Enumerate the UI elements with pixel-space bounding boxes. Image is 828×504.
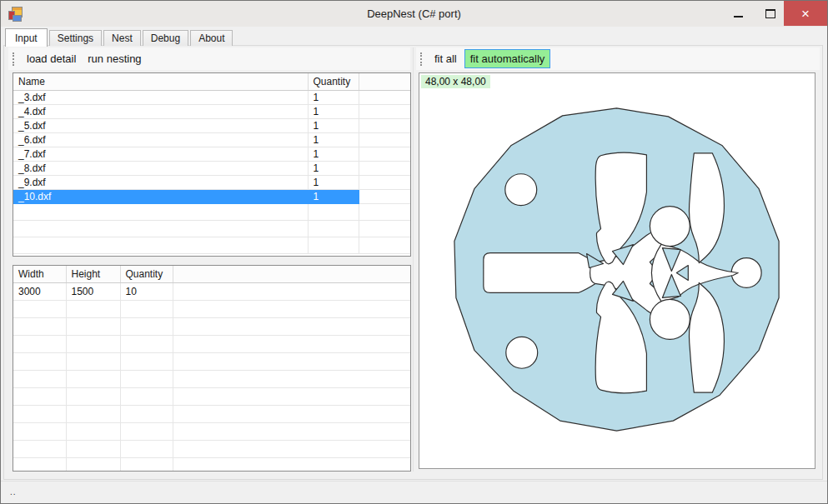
table-cell-empty bbox=[120, 371, 173, 388]
part-shape-svg bbox=[419, 73, 815, 468]
table-cell-empty bbox=[13, 221, 308, 237]
table-cell-empty bbox=[13, 406, 66, 423]
table-row-empty bbox=[13, 371, 410, 388]
column-header[interactable]: Width bbox=[13, 266, 66, 283]
table-cell[interactable]: 3000 bbox=[13, 283, 66, 301]
table-cell[interactable]: _4.dxf bbox=[13, 105, 308, 119]
table-cell-empty bbox=[359, 190, 410, 204]
table-cell[interactable]: _5.dxf bbox=[13, 119, 308, 133]
table-cell-empty bbox=[173, 283, 410, 301]
tab-settings[interactable]: Settings bbox=[49, 30, 102, 46]
table-cell[interactable]: _10.dxf bbox=[13, 190, 308, 204]
tab-about[interactable]: About bbox=[190, 30, 233, 46]
table-cell-empty bbox=[13, 318, 66, 336]
close-button[interactable]: × bbox=[784, 1, 827, 26]
column-header[interactable]: Height bbox=[66, 266, 120, 283]
table-cell-empty bbox=[120, 318, 173, 336]
status-text: .. bbox=[10, 487, 17, 497]
table-cell[interactable]: 10 bbox=[120, 283, 173, 301]
table-cell-empty bbox=[120, 406, 173, 423]
table-cell-empty bbox=[13, 301, 66, 318]
table-row-empty bbox=[13, 458, 410, 472]
table-cell-empty bbox=[173, 353, 410, 371]
column-header[interactable]: Name bbox=[13, 73, 308, 91]
tab-debug[interactable]: Debug bbox=[143, 30, 188, 46]
table-cell-empty bbox=[308, 221, 359, 237]
run-nesting-button[interactable]: run nesting bbox=[82, 50, 147, 67]
table-cell[interactable]: _9.dxf bbox=[13, 176, 308, 190]
table-cell[interactable]: _3.dxf bbox=[13, 91, 308, 105]
column-header[interactable]: Quantity bbox=[308, 73, 359, 91]
table-cell-empty bbox=[359, 237, 410, 254]
table-row-empty bbox=[13, 204, 410, 221]
table-cell[interactable]: _8.dxf bbox=[13, 162, 308, 176]
tab-input[interactable]: Input bbox=[5, 28, 48, 47]
table-cell-empty bbox=[120, 423, 173, 441]
table-cell-empty bbox=[13, 388, 66, 406]
table-cell[interactable]: 1 bbox=[308, 190, 359, 204]
table-cell[interactable]: 1 bbox=[308, 105, 359, 119]
panel-splitter[interactable] bbox=[413, 47, 414, 472]
minimize-icon bbox=[734, 16, 743, 17]
column-header-empty bbox=[359, 73, 410, 91]
table-cell-empty bbox=[66, 458, 120, 472]
table-cell-empty bbox=[359, 176, 410, 190]
table-cell-empty bbox=[13, 353, 66, 371]
table-row: _5.dxf1 bbox=[13, 119, 410, 133]
close-icon: × bbox=[801, 7, 810, 21]
table-cell[interactable]: 1 bbox=[308, 91, 359, 105]
table-cell-empty bbox=[120, 336, 173, 353]
table-cell-empty bbox=[120, 458, 173, 472]
table-cell[interactable]: _6.dxf bbox=[13, 133, 308, 147]
table-cell-empty bbox=[359, 133, 410, 147]
table-cell[interactable]: 1500 bbox=[66, 283, 120, 301]
part-size-badge: 48,00 x 48,00 bbox=[421, 75, 490, 88]
part-preview-canvas[interactable]: 48,00 x 48,00 bbox=[419, 72, 815, 469]
table-cell[interactable]: 1 bbox=[308, 176, 359, 190]
table-cell[interactable]: 1 bbox=[308, 147, 359, 162]
tab-nest[interactable]: Nest bbox=[103, 30, 141, 46]
table-row: _4.dxf1 bbox=[13, 105, 410, 119]
table-cell-empty bbox=[359, 105, 410, 119]
parts-table[interactable]: NameQuantity_3.dxf1_4.dxf1_5.dxf1_6.dxf1… bbox=[13, 72, 411, 257]
title-bar[interactable]: DeepNest (C# port) × bbox=[1, 1, 827, 27]
minimize-button[interactable] bbox=[720, 1, 756, 26]
maximize-button[interactable] bbox=[756, 1, 784, 26]
table-cell[interactable]: _7.dxf bbox=[13, 147, 308, 162]
table-cell-empty bbox=[173, 441, 410, 458]
status-bar: .. bbox=[1, 481, 827, 503]
cutout-circle-bottom bbox=[650, 299, 690, 339]
toolbar-grip-icon[interactable] bbox=[420, 52, 424, 66]
table-cell[interactable]: 1 bbox=[308, 162, 359, 176]
table-row-empty bbox=[13, 353, 410, 371]
table-cell-empty bbox=[66, 353, 120, 371]
fit-all-button[interactable]: fit all bbox=[429, 50, 463, 67]
load-detail-button[interactable]: load detail bbox=[21, 50, 82, 67]
sheets-table[interactable]: WidthHeightQuantity3000150010 bbox=[13, 265, 411, 472]
table-row-empty bbox=[13, 336, 410, 353]
fit-automatically-toggle[interactable]: fit automatically bbox=[464, 49, 551, 68]
window-controls: × bbox=[720, 1, 827, 26]
table-cell-empty bbox=[13, 441, 66, 458]
table-row-empty bbox=[13, 221, 410, 237]
table-cell-empty bbox=[173, 423, 410, 441]
table-cell[interactable]: 1 bbox=[308, 119, 359, 133]
parts-toolbar: load detail run nesting bbox=[8, 47, 410, 70]
preview-toolbar: fit all fit automatically bbox=[416, 47, 820, 70]
table-cell-empty bbox=[66, 301, 120, 318]
table-cell-empty bbox=[173, 371, 410, 388]
table-cell-empty bbox=[66, 318, 120, 336]
table-row: _3.dxf1 bbox=[13, 91, 410, 105]
table-row: _7.dxf1 bbox=[13, 147, 410, 162]
table-cell-empty bbox=[13, 237, 308, 254]
window-title: DeepNest (C# port) bbox=[1, 7, 827, 20]
table-cell[interactable]: 1 bbox=[308, 133, 359, 147]
toolbar-grip-icon[interactable] bbox=[13, 52, 16, 66]
app-window: DeepNest (C# port) × InputSettingsNestDe… bbox=[0, 0, 828, 504]
table-cell-empty bbox=[66, 406, 120, 423]
table-cell-empty bbox=[66, 423, 120, 441]
table-cell-empty bbox=[13, 423, 66, 441]
column-header[interactable]: Quantity bbox=[120, 266, 173, 283]
table-cell-empty bbox=[359, 147, 410, 162]
table-cell-empty bbox=[13, 204, 308, 221]
